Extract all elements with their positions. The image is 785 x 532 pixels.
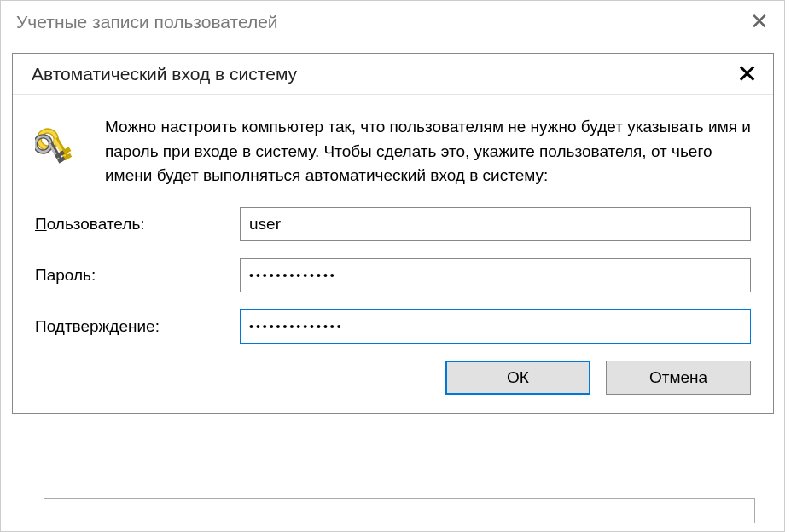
parent-titlebar: Учетные записи пользователей ✕ <box>1 1 784 43</box>
dialog-body: Можно настроить компьютер так, что польз… <box>13 95 773 413</box>
password-label: Пароль: <box>35 266 240 285</box>
dialog-titlebar: Автоматический вход в систему ✕ <box>13 54 773 95</box>
parent-window-title: Учетные записи пользователей <box>16 12 278 32</box>
confirm-label: Подтверждение: <box>35 317 240 336</box>
password-row: Пароль: <box>35 258 751 292</box>
password-input[interactable] <box>240 258 751 292</box>
auto-login-dialog: Автоматический вход в систему ✕ <box>12 53 774 414</box>
confirm-row: Подтверждение: <box>35 309 751 344</box>
parent-window: Учетные записи пользователей ✕ Автоматич… <box>0 0 785 532</box>
close-icon[interactable]: ✕ <box>750 9 769 35</box>
dialog-title: Автоматический вход в систему <box>32 64 297 84</box>
user-label: Пользователь: <box>35 215 240 234</box>
background-panel-fragment <box>44 498 755 523</box>
confirm-input[interactable] <box>240 309 751 344</box>
cancel-button[interactable]: Отмена <box>606 361 751 395</box>
dialog-close-icon[interactable]: ✕ <box>736 61 758 87</box>
ok-button[interactable]: ОК <box>445 361 590 395</box>
ok-button-label: ОК <box>507 368 529 387</box>
keys-icon <box>35 120 84 170</box>
info-row: Можно настроить компьютер так, что польз… <box>35 115 751 188</box>
cancel-button-label: Отмена <box>649 368 707 387</box>
user-row: Пользователь: <box>35 207 751 241</box>
user-input[interactable] <box>240 207 751 241</box>
button-row: ОК Отмена <box>35 361 751 395</box>
dialog-description: Можно настроить компьютер так, что польз… <box>105 115 751 188</box>
